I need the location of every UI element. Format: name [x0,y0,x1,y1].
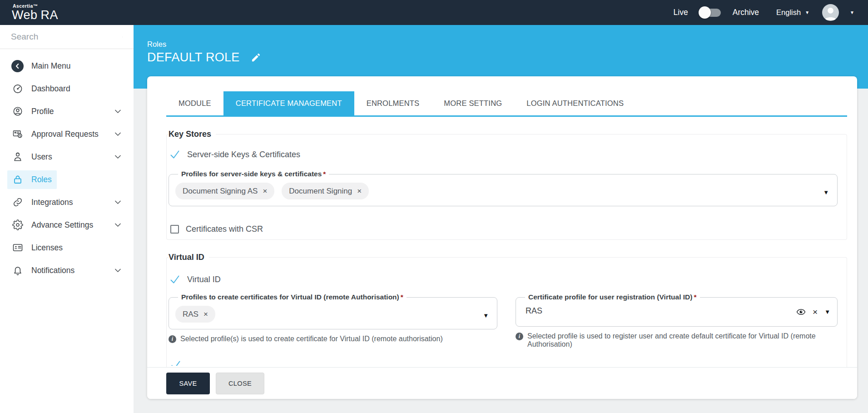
dropdown-caret-icon[interactable]: ▼ [823,189,829,195]
chevron-down-icon [115,223,121,227]
sidebar: Main Menu Dashboard Profile [0,25,134,413]
tab-enrolments[interactable]: ENROLMENTS [354,91,432,115]
info-icon: i [169,335,176,343]
chevron-down-icon [115,132,121,136]
required-mark: * [323,170,326,178]
key-stores-title: Key Stores [169,129,216,139]
chevron-down-icon [115,200,121,204]
link-icon [11,196,24,209]
lock-icon [11,174,24,186]
pencil-icon [251,52,261,63]
virtual-id-checkbox[interactable]: Virtual ID [169,274,838,285]
gear-icon [11,219,24,231]
profile-tag: Document Signing AS × [175,183,274,199]
remove-tag-icon[interactable]: × [203,310,208,318]
sidebar-item-profile[interactable]: Profile [0,100,134,123]
logo-product: WebRA [12,9,58,21]
language-label: English [776,8,801,17]
dashboard-icon [11,83,24,95]
server-side-profiles-field[interactable]: Profiles for server-side keys & certific… [169,170,838,206]
page-title: DEFAULT ROLE [147,50,240,65]
field-label: Profiles to create certificates for Virt… [181,293,399,301]
sidebar-item-approval-requests[interactable]: Approval Requests [0,123,134,145]
tab-login-authentications[interactable]: LOGIN AUTHENTICATIONS [514,91,636,115]
toggle-knob[interactable] [699,6,711,19]
search-input[interactable] [11,32,122,42]
info-icon: i [516,333,523,340]
search-icon[interactable] [122,32,123,42]
card-footer: SAVE CLOSE [147,367,857,399]
bell-icon [11,264,24,277]
chevron-down-icon: ▼ [805,10,809,15]
person-icon [822,4,839,21]
key-stores-section: Key Stores Server-side Keys & Certificat… [166,129,847,240]
selected-profile-value: RAS [522,304,812,320]
role-settings-card: MODULE CERTIFICATE MANAGEMENT ENROLMENTS… [147,76,857,399]
id-card-icon [11,242,24,254]
checked-icon [169,274,180,285]
chevron-down-icon [115,109,121,114]
edit-role-button[interactable] [251,52,261,63]
helper-text: i Selected profile is used to register u… [516,332,838,348]
user-registration-profile-field[interactable]: Certificate profile for user registratio… [516,293,838,327]
clear-selection-icon[interactable]: × [813,308,818,316]
clipped-checkbox-row [170,359,838,366]
profile-icon [11,105,24,118]
remove-tag-icon[interactable]: × [357,187,362,195]
close-button[interactable]: CLOSE [216,373,264,394]
dropdown-caret-icon[interactable]: ▼ [824,309,830,315]
certificates-with-csr-checkbox[interactable]: Certificates with CSR [170,224,838,234]
tab-module[interactable]: MODULE [166,91,223,115]
required-mark: * [694,293,696,301]
sidebar-item-integrations[interactable]: Integrations [0,191,134,214]
virtual-id-profiles-field[interactable]: Profiles to create certificates for Virt… [169,293,497,329]
sidebar-item-advance-settings[interactable]: Advance Settings [0,214,134,236]
field-label: Certificate profile for user registratio… [528,293,692,301]
profile-tag: Document Signing × [282,183,369,199]
dropdown-caret-icon[interactable]: ▼ [483,312,489,318]
breadcrumb: Roles [147,40,868,49]
back-circle-icon [11,60,24,72]
field-label: Profiles for server-side keys & certific… [181,170,322,178]
chevron-down-icon [115,155,121,159]
checked-icon [169,149,180,160]
archive-label: Archive [733,8,759,17]
live-archive-toggle[interactable] [700,9,721,17]
sidebar-item-notifications[interactable]: Notifications [0,259,134,282]
server-side-keys-checkbox[interactable]: Server-side Keys & Certificates [169,149,838,160]
sidebar-item-roles[interactable]: Roles [0,168,134,191]
checked-icon [170,359,181,366]
selected-profiles: Document Signing AS × Document Signing × [175,183,812,199]
user-avatar[interactable] [822,4,839,21]
sidebar-item-main-menu[interactable]: Main Menu [0,55,134,77]
virtual-id-section: Virtual ID Virtual ID Profiles to create… [166,253,847,367]
save-button[interactable]: SAVE [166,373,210,394]
logo-company: Ascertia™ [13,4,58,9]
sidebar-item-dashboard[interactable]: Dashboard [0,77,134,100]
language-selector[interactable]: English ▼ [776,8,809,17]
users-icon [11,151,24,163]
eye-icon[interactable] [796,307,806,317]
helper-text: i Selected profile(s) is used to create … [169,335,497,343]
selected-profiles: RAS × [175,306,471,323]
account-menu-caret[interactable]: ▼ [850,10,854,15]
tab-content: Key Stores Server-side Keys & Certificat… [147,117,857,367]
tab-more-setting[interactable]: MORE SETTING [432,91,514,115]
app-logo[interactable]: Ascertia™ WebRA [12,4,58,22]
checkbox-unchecked[interactable] [170,225,179,234]
sidebar-nav: Main Menu Dashboard Profile [0,49,134,282]
tab-bar: MODULE CERTIFICATE MANAGEMENT ENROLMENTS… [166,91,847,117]
chevron-down-icon [115,269,121,273]
sidebar-item-licenses[interactable]: Licenses [0,236,134,259]
live-label: Live [674,8,688,17]
sidebar-item-users[interactable]: Users [0,145,134,168]
profile-tag: RAS × [175,306,215,323]
remove-tag-icon[interactable]: × [263,187,267,195]
virtual-id-title: Virtual ID [169,253,209,262]
top-navbar: Ascertia™ WebRA Live Archive English ▼ ▼ [0,0,868,25]
sidebar-search [0,25,134,49]
required-mark: * [401,293,403,301]
approval-requests-icon [11,128,24,140]
main-area: Roles DEFAULT ROLE MODULE CERTIFICATE MA… [134,25,868,413]
tab-certificate-management[interactable]: CERTIFICATE MANAGEMENT [223,91,354,115]
